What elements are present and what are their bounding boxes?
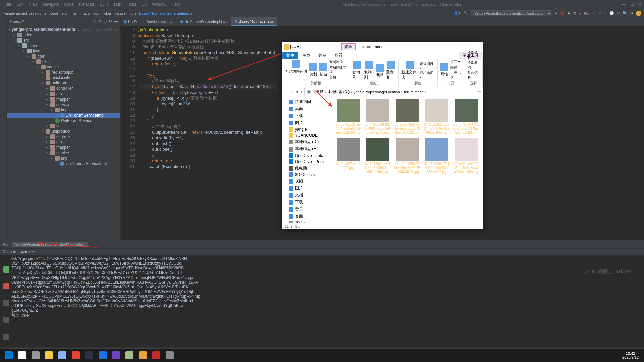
window-buttons[interactable]: — ☐ ✕ [622, 2, 641, 7]
menu-refactor[interactable]: Refactor [77, 1, 96, 7]
menu-view[interactable]: View [27, 1, 40, 7]
breadcrumb-item[interactable]: utils [128, 11, 138, 15]
breadcrumb-item[interactable]: yangle-project-development-boot [3, 11, 59, 15]
menu-code[interactable]: Code [62, 1, 76, 7]
sidebar-item[interactable]: 下载 [283, 112, 331, 119]
select-opened-icon[interactable]: ⊕ [94, 19, 97, 23]
menu-edit[interactable]: Edit [14, 1, 25, 7]
run-tabs[interactable]: Run: YangleProjectDevelopmentBootApplica… [0, 240, 644, 248]
taskbar-item[interactable] [15, 349, 29, 361]
ribbon-button[interactable]: 固定到快速访问 [285, 60, 307, 79]
tree-node[interactable]: ▾service [7, 150, 120, 156]
sidebar-item[interactable]: 桌面 [283, 213, 331, 220]
tree-node[interactable]: UniForumService [7, 118, 120, 123]
file-item[interactable]: 37-2fb2c038-3bd8-4629-ba9e-882f8503c84b.… [424, 99, 450, 135]
tree-node[interactable]: ▸controller [7, 134, 120, 139]
menu-window[interactable]: Window [150, 1, 168, 7]
file-item[interactable]: 35-078ccdd8-8638-4881-b83d-24f07657ad42.… [365, 99, 391, 135]
ribbon-small[interactable]: 历史记录 [450, 70, 462, 80]
breadcrumb-item[interactable]: src [61, 11, 68, 15]
explorer-tabs[interactable]: 文件主页共享查看图片工具 [282, 52, 483, 59]
tree-node[interactable]: ▸controller [7, 86, 120, 91]
taskbar-item[interactable] [123, 349, 136, 361]
menu-run[interactable]: Run [112, 1, 123, 7]
tree-node[interactable]: ▸rediscronjob [7, 70, 120, 75]
close-icon[interactable]: ✕ [638, 2, 641, 7]
console-output[interactable]: iKk7Ygnqpmck4/JUOYaBEAqOQC2UzkGd0hkc58kE… [0, 255, 644, 347]
sidebar-item[interactable]: 系统 (C:) [283, 220, 331, 223]
tree-node[interactable]: ▾uniforum [7, 80, 120, 86]
ribbon-button[interactable]: 移动到 [353, 61, 362, 80]
ribbon-small[interactable]: 全部选择 [468, 50, 480, 60]
ribbon-small[interactable]: 复制路径 [329, 59, 343, 65]
editor-tabs[interactable]: UniProductServiceImpl.javaUniForumServic… [121, 17, 644, 26]
path-segment[interactable]: forumImage [404, 90, 424, 94]
ribbon-small[interactable]: 新建项目 ▾ [420, 61, 434, 70]
explorer-tab[interactable]: 主页 [298, 52, 314, 59]
debug-icon[interactable]: 🐞 [560, 11, 565, 15]
explorer-address-bar[interactable]: ← → ▾ ↑ 💻此电脑›本地磁盘 (D:)›yangleProjectImag… [282, 87, 483, 96]
forward-icon[interactable]: → [290, 89, 294, 94]
hammer-icon[interactable]: 🔨 [463, 11, 468, 15]
taskbar-item[interactable] [42, 349, 56, 361]
editor-tab[interactable]: UniForumServiceImpl.java [177, 17, 231, 26]
git-push-icon[interactable]: ↗ [598, 11, 601, 15]
file-item[interactable]: 37-5978b814-5f73-49a8-9998-3da6f919c99e.… [365, 138, 391, 174]
sidebar-item[interactable]: 本地磁盘 (D:) [283, 138, 331, 145]
taskbar-item[interactable] [2, 349, 15, 361]
sidebar-item[interactable]: 文档 [283, 192, 331, 199]
menu-git[interactable]: Git [140, 1, 149, 7]
git-rollback-icon[interactable]: ↺ [617, 11, 620, 15]
run-config-tab[interactable]: YangleProjectDevelopmentBootApplication [12, 242, 88, 247]
taskbar-item[interactable] [150, 349, 163, 361]
search-icon[interactable]: 🔍 [623, 11, 627, 15]
back-icon[interactable]: ← [284, 89, 288, 94]
git-commit-icon[interactable]: ✓ [592, 11, 595, 15]
avatar[interactable] [636, 11, 641, 16]
explorer-tab[interactable]: 文件 [282, 52, 298, 59]
gear-icon[interactable]: ⚙ [109, 19, 112, 23]
tree-node[interactable]: ▾com [7, 54, 120, 59]
tree-node[interactable]: ▾src [7, 38, 120, 43]
file-item[interactable]: 37-a1232fe1-ff01-4080-b2da-5369853ca9c7.… [424, 138, 450, 174]
explorer-tab[interactable]: 查看 [330, 52, 346, 59]
tree-node[interactable]: ▾ckm [7, 59, 120, 64]
tree-node[interactable]: ▸mapper [7, 97, 120, 102]
ribbon-button[interactable]: 重命名 [386, 61, 396, 80]
sidebar-item[interactable]: OneDrive - aetc [283, 153, 331, 159]
address-path[interactable]: 💻此电脑›本地磁盘 (D:)›yangleProjectImageLocatio… [304, 88, 475, 95]
path-segment[interactable]: yangleProjectImageLocation [354, 90, 400, 94]
hide-icon[interactable]: — [114, 19, 118, 23]
ribbon-small[interactable]: 反向选择 [468, 70, 480, 80]
tree-node[interactable]: UniForumServiceImpl [7, 113, 120, 118]
tree-node[interactable]: ▸dto [7, 139, 120, 145]
explorer-titlebar[interactable]: | ▫ ▫ ▾ | 管理 forumImage [282, 42, 483, 52]
file-item[interactable]: 37-2b7d7919-8e1e-4acb-8269-106e858c412e.… [394, 99, 420, 135]
breadcrumb-item[interactable]: com [92, 11, 102, 15]
menu-navigate[interactable]: Navigate [41, 1, 61, 7]
sidebar-item[interactable]: 此电脑 [283, 165, 331, 172]
tree-node[interactable]: ▸.idea [7, 32, 120, 38]
coverage-icon[interactable]: ▶ [568, 11, 570, 15]
tree-node[interactable]: ▸dto [7, 91, 120, 97]
system-clock[interactable]: 10:42 2023/9/12 [622, 351, 642, 359]
taskbar-item[interactable] [29, 349, 42, 361]
breadcrumb-item[interactable]: main [69, 11, 80, 15]
tree-node[interactable]: ▾main [7, 43, 120, 48]
file-item[interactable]: 37-29c087-41a0b07.jpg [335, 138, 361, 174]
refresh-icon[interactable]: ⟳ [477, 89, 481, 94]
breadcrumb-item[interactable]: ckm [103, 11, 112, 15]
tree-node[interactable]: ▾java [7, 48, 120, 54]
tree-node[interactable]: ▸mapper [7, 145, 120, 150]
sidebar-item[interactable]: 3D Objects [283, 172, 331, 178]
tree-node[interactable]: ▾uniproduct [7, 129, 120, 134]
taskbar-item[interactable] [69, 349, 83, 361]
run-icon[interactable]: ▶ [555, 11, 557, 15]
taskbar-item[interactable] [83, 349, 96, 361]
tree-node[interactable]: ▸vo [7, 123, 120, 129]
windows-taskbar[interactable]: 10:42 2023/9/12 [0, 349, 644, 362]
settings-icon[interactable]: ⚙ [630, 11, 633, 15]
tree-node[interactable]: ▾yangle [7, 64, 120, 70]
ribbon-button[interactable]: 删除 [376, 64, 384, 77]
stop-icon[interactable]: ■ [579, 11, 581, 15]
